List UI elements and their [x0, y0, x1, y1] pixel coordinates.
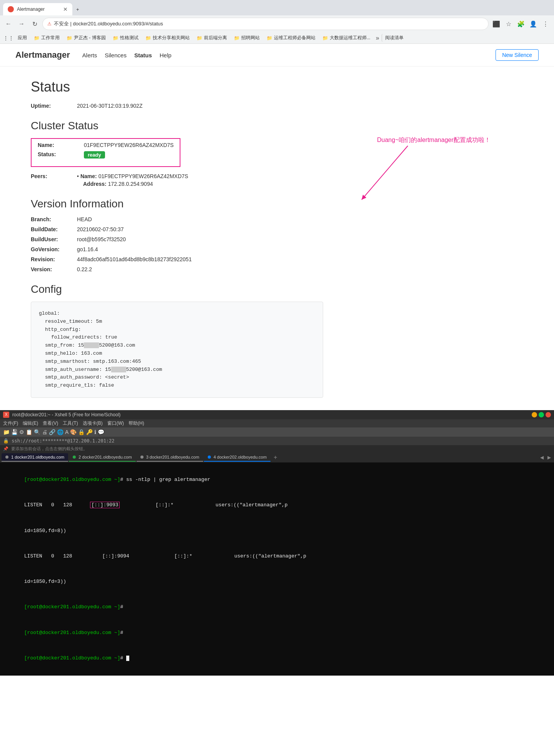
more-bookmarks-icon[interactable]: » — [376, 35, 379, 42]
prompt-3: [root@docker201.oldboyedu.com ~] — [24, 630, 120, 636]
forward-button[interactable]: → — [16, 18, 27, 29]
uptime-label: Uptime: — [31, 103, 77, 109]
cluster-status-box: Name: 01F9ECTPPY9EW26R6AZ42MXD7S Status:… — [31, 138, 180, 167]
browser-window: Alertmanager ✕ + ← → ↻ ⚠ 不安全 | docker201… — [0, 0, 554, 44]
terminal-window-buttons — [532, 412, 551, 417]
port-highlight: [::]:9093 — [90, 502, 119, 508]
tab-prev-icon[interactable]: ◀ — [539, 453, 545, 462]
bookmark-work[interactable]: 📁 工作常用 — [31, 34, 63, 42]
tool-print-icon[interactable]: 🖨 — [42, 429, 47, 435]
peer-name-row: • Name: 01F9ECTPPY9EW26R6AZ42MXD7S — [77, 173, 188, 179]
bookmark-frontend[interactable]: 📁 前后端分离 — [194, 34, 230, 42]
terminal-tab-2[interactable]: 2 docker201.oldboyedu.com — [69, 453, 135, 462]
bookmark-label: 前后端分离 — [204, 35, 227, 41]
tool-settings-icon[interactable]: ⚙ — [19, 429, 24, 435]
svg-text:Duang~咱们的alertmanager配置成功啦！: Duang~咱们的alertmanager配置成功啦！ — [377, 137, 491, 143]
terminal-menu: 文件(F) 编辑(E) 查看(V) 工具(T) 选项卡(B) 窗口(W) 帮助(… — [0, 419, 554, 427]
folder-icon: 📁 — [197, 35, 202, 41]
builddate-value: 20210602-07:50:37 — [77, 226, 123, 232]
tool-globe-icon[interactable]: 🌐 — [57, 429, 63, 435]
apps-icon[interactable]: ⋮⋮ — [3, 35, 14, 41]
bookmark-label: 应用 — [18, 35, 27, 41]
builduser-row: BuildUser: root@b595c7f32520 — [31, 236, 523, 242]
version-title: Version Information — [31, 198, 523, 210]
bookmark-jobs[interactable]: 📁 招聘网站 — [231, 34, 263, 42]
address-bar[interactable]: ⚠ 不安全 | docker201.oldboyedu.com:9093/#/s… — [42, 18, 489, 30]
terminal-tab-1[interactable]: 1 docker201.oldboyedu.com — [2, 453, 68, 462]
config-box: global: resolve_timeout: 5m http_config:… — [31, 302, 323, 398]
app-logo: Alertmanager — [15, 50, 70, 60]
tab-close-icon[interactable]: ✕ — [63, 6, 68, 12]
menu-view[interactable]: 查看(V) — [43, 420, 58, 427]
address-lock-icon: 🔒 — [3, 438, 9, 444]
add-tab-button[interactable]: + — [271, 452, 279, 462]
tool-save-icon[interactable]: 💾 — [11, 429, 18, 435]
tool-search-icon[interactable]: 🔍 — [34, 429, 40, 435]
tool-info-icon[interactable]: ℹ — [94, 429, 96, 435]
bookmark-blog[interactable]: 📁 尹正杰 - 博客园 — [63, 34, 109, 42]
tool-color-icon[interactable]: 🎨 — [70, 429, 77, 435]
version-value: 0.22.2 — [77, 266, 92, 272]
tool-connect-icon[interactable]: 🔗 — [49, 429, 55, 435]
tool-folder-icon[interactable]: 📁 — [3, 429, 10, 435]
goversion-value: go1.16.4 — [77, 246, 98, 252]
tool-font-icon[interactable]: A — [65, 429, 68, 435]
terminal-minimize-button[interactable] — [532, 412, 537, 417]
profile-icon[interactable]: 👤 — [528, 18, 539, 29]
terminal-close-button[interactable] — [546, 412, 551, 417]
terminal-body[interactable]: [root@docker201.oldboyedu.com ~]# ss -nt… — [0, 462, 554, 676]
bookmark-bigdata[interactable]: 📁 大数据运维工程师... — [319, 34, 374, 42]
tool-chat-icon[interactable]: 💬 — [98, 429, 104, 435]
menu-help[interactable]: 帮助(H) — [128, 420, 144, 427]
bookmark-tech[interactable]: 📁 技术分享相关网站 — [142, 34, 193, 42]
terminal-session-info: 📌 要添加当前会话，点击左侧的截头按钮。 — [0, 445, 554, 452]
config-line-4: follow_redirects: true — [51, 334, 315, 342]
tool-key-icon[interactable]: 🔑 — [86, 429, 93, 435]
terminal-tab-3[interactable]: 3 docker201.oldboyedu.com — [137, 453, 203, 462]
menu-window[interactable]: 窗口(W) — [107, 420, 124, 427]
prompt-1: [root@docker201.oldboyedu.com ~] — [24, 477, 120, 482]
terminal-tab-4[interactable]: 4 docker202.oldboyedu.com — [204, 453, 270, 462]
tool-lock-icon[interactable]: 🔒 — [78, 429, 85, 435]
tab2-indicator — [73, 456, 76, 459]
browser-tab-active[interactable]: Alertmanager ✕ — [3, 3, 72, 15]
tab4-indicator — [208, 456, 211, 459]
config-line-3: http_config: — [45, 326, 315, 334]
bookmark-mbti[interactable]: 📁 性格测试 — [110, 34, 142, 42]
terminal-cursor — [126, 656, 129, 661]
tab2-label: 2 docker201.oldboyedu.com — [78, 455, 132, 459]
cast-icon[interactable]: ⬛ — [491, 18, 502, 29]
terminal-address-text: ssh://root:*********@172.200.1.201:22 — [12, 438, 114, 444]
cluster-status-label: Status: — [38, 151, 84, 159]
bookmark-icon[interactable]: ☆ — [503, 18, 514, 29]
tab3-indicator — [140, 456, 144, 459]
nav-help[interactable]: Help — [160, 52, 172, 58]
nav-status[interactable]: Status — [134, 52, 152, 58]
tab-next-icon[interactable]: ▶ — [546, 453, 552, 462]
reload-button[interactable]: ↻ — [29, 18, 40, 29]
menu-icon[interactable]: ⋮ — [540, 18, 551, 29]
cluster-name-row: Name: 01F9ECTPPY9EW26R6AZ42MXD7S — [38, 142, 174, 148]
nav-alerts[interactable]: Alerts — [82, 52, 97, 58]
terminal-titlebar: X root@docker201:~ - Xshell 5 (Free for … — [0, 410, 554, 419]
terminal-maximize-button[interactable] — [539, 412, 544, 417]
tab-bar: Alertmanager ✕ + — [0, 0, 554, 15]
add-session-icon: 📌 — [3, 446, 8, 451]
prompt-2: [root@docker201.oldboyedu.com ~] — [24, 604, 120, 610]
menu-edit[interactable]: 编辑(E) — [23, 420, 38, 427]
nav-silences[interactable]: Silences — [105, 52, 127, 58]
menu-file[interactable]: 文件(F) — [3, 420, 18, 427]
tool-copy-icon[interactable]: 📋 — [26, 429, 32, 435]
menu-tools[interactable]: 工具(T) — [63, 420, 78, 427]
bookmark-readlist[interactable]: 阅读清单 — [382, 34, 407, 42]
menu-tabs[interactable]: 选项卡(B) — [83, 420, 103, 427]
new-silence-button[interactable]: New Silence — [496, 49, 539, 61]
bookmark-ops[interactable]: 📁 运维工程师必备网站 — [264, 34, 319, 42]
tab1-label: 1 docker201.oldboyedu.com — [11, 455, 64, 459]
new-tab-button[interactable]: + — [73, 3, 85, 15]
revision-value: 44f8adc06af5101ad64bd8b9c8b18273f2922051 — [77, 256, 192, 262]
extensions-icon[interactable]: 🧩 — [516, 18, 526, 29]
back-button[interactable]: ← — [3, 18, 14, 29]
bookmark-apps[interactable]: 应用 — [15, 34, 30, 42]
prompt-4: [root@docker201.oldboyedu.com ~] — [24, 655, 120, 661]
